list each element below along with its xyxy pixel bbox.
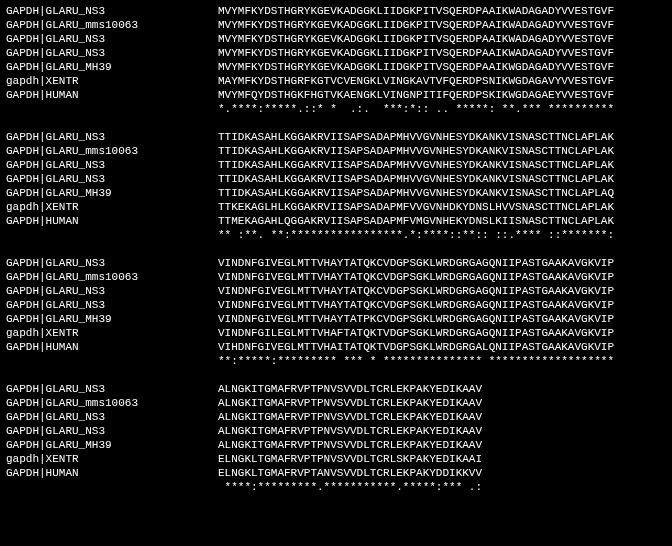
alignment-row: gapdh|XENTRMAYMFKYDSTHGRFKGTVCVENGKLVING…: [6, 74, 666, 88]
consensus-row: *.****:*****.::* * .:. ***:*:: .. *****:…: [6, 102, 666, 116]
alignment-row: GAPDH|GLARU_NS3TTIDKASAHLKGGAKRVIISAPSAD…: [6, 172, 666, 186]
sequence-label: GAPDH|GLARU_MH39: [6, 312, 218, 326]
alignment-row: GAPDH|GLARU_NS3VINDNFGIVEGLMTTVHAYTATQKC…: [6, 256, 666, 270]
sequence-label: GAPDH|GLARU_NS3: [6, 158, 218, 172]
alignment-row: GAPDH|GLARU_NS3TTIDKASAHLKGGAKRVIISAPSAD…: [6, 158, 666, 172]
sequence-label: GAPDH|GLARU_MH39: [6, 186, 218, 200]
consensus-text: ** :**. **:*****************.*:****::**:…: [218, 228, 614, 242]
alignment-row: GAPDH|HUMANVIHDNFGIVEGLMTTVHAITATQKTVDGP…: [6, 340, 666, 354]
sequence-label: GAPDH|GLARU_mms10063: [6, 396, 218, 410]
alignment-row: GAPDH|GLARU_mms10063VINDNFGIVEGLMTTVHAYT…: [6, 270, 666, 284]
consensus-label: [6, 480, 218, 494]
sequence-text: TTKEKAGLHLKGGAKRVIISAPSADAPMFVVGVNHDKYDN…: [218, 200, 614, 214]
sequence-label: GAPDH|GLARU_NS3: [6, 256, 218, 270]
sequence-text: TTIDKASAHLKGGAKRVIISAPSADAPMHVVGVNHESYDK…: [218, 130, 614, 144]
sequence-label: GAPDH|GLARU_mms10063: [6, 270, 218, 284]
sequence-text: TTIDKASAHLKGGAKRVIISAPSADAPMHVVGVNHESYDK…: [218, 172, 614, 186]
sequence-text: TTMEKAGAHLQGGAKRVIISAPSADAPMFVMGVNHEKYDN…: [218, 214, 614, 228]
alignment-row: GAPDH|GLARU_NS3ALNGKITGMAFRVPTPNVSVVDLTC…: [6, 424, 666, 438]
sequence-text: VINDNFGIVEGLMTTVHAYTATQKCVDGPSGKLWRDGRGA…: [218, 270, 614, 284]
sequence-label: GAPDH|HUMAN: [6, 340, 218, 354]
sequence-text: ALNGKITGMAFRVPTPNVSVVDLTCRLEKPAKYEDIKAAV: [218, 382, 482, 396]
sequence-label: GAPDH|GLARU_NS3: [6, 410, 218, 424]
alignment-block: GAPDH|GLARU_NS3VINDNFGIVEGLMTTVHAYTATQKC…: [6, 256, 666, 368]
alignment-row: GAPDH|GLARU_NS3VINDNFGIVEGLMTTVHAYTATQKC…: [6, 284, 666, 298]
alignment-block: GAPDH|GLARU_NS3TTIDKASAHLKGGAKRVIISAPSAD…: [6, 130, 666, 242]
alignment-row: gapdh|XENTRTTKEKAGLHLKGGAKRVIISAPSADAPMF…: [6, 200, 666, 214]
alignment-row: GAPDH|GLARU_NS3ALNGKITGMAFRVPTPNVSVVDLTC…: [6, 410, 666, 424]
sequence-label: GAPDH|GLARU_NS3: [6, 32, 218, 46]
sequence-text: MVYMFQYDSTHGKFHGTVKAENGKLVINGNPITIFQERDP…: [218, 88, 614, 102]
alignment-row: GAPDH|GLARU_NS3TTIDKASAHLKGGAKRVIISAPSAD…: [6, 130, 666, 144]
sequence-label: GAPDH|GLARU_NS3: [6, 382, 218, 396]
consensus-label: [6, 228, 218, 242]
sequence-label: GAPDH|GLARU_NS3: [6, 46, 218, 60]
sequence-label: GAPDH|HUMAN: [6, 88, 218, 102]
alignment-row: GAPDH|GLARU_MH39ALNGKITGMAFRVPTPNVSVVDLT…: [6, 438, 666, 452]
sequence-label: gapdh|XENTR: [6, 326, 218, 340]
sequence-label: GAPDH|GLARU_NS3: [6, 424, 218, 438]
alignment-row: GAPDH|GLARU_MH39TTIDKASAHLKGGAKRVIISAPSA…: [6, 186, 666, 200]
sequence-text: TTIDKASAHLKGGAKRVIISAPSADAPMHVVGVNHESYDK…: [218, 144, 614, 158]
alignment-row: GAPDH|GLARU_MH39VINDNFGIVEGLMTTVHAYTATPK…: [6, 312, 666, 326]
sequence-text: ALNGKITGMAFRVPTPNVSVVDLTCRLEKPAKYEDIKAAV: [218, 438, 482, 452]
sequence-label: gapdh|XENTR: [6, 74, 218, 88]
sequence-text: ELNGKLTGMAFRVPTPNVSVVDLTCRLSKPAKYEDIKAAI: [218, 452, 482, 466]
alignment-row: gapdh|XENTRELNGKLTGMAFRVPTPNVSVVDLTCRLSK…: [6, 452, 666, 466]
alignment-block: GAPDH|GLARU_NS3MVYMFKYDSTHGRYKGEVKADGGKL…: [6, 4, 666, 116]
sequence-text: TTIDKASAHLKGGAKRVIISAPSADAPMHVVGVNHESYDK…: [218, 186, 614, 200]
sequence-text: VINDNFGIVEGLMTTVHAYTATQKCVDGPSGKLWRDGRGA…: [218, 256, 614, 270]
alignment-row: GAPDH|GLARU_mms10063MVYMFKYDSTHGRYKGEVKA…: [6, 18, 666, 32]
alignment-row: GAPDH|GLARU_NS3MVYMFKYDSTHGRYKGEVKADGGKL…: [6, 32, 666, 46]
sequence-text: ALNGKITGMAFRVPTPNVSVVDLTCRLEKPAKYEDIKAAV: [218, 424, 482, 438]
sequence-text: MVYMFKYDSTHGRYKGEVKADGGKLIIDGKPITVSQERDP…: [218, 4, 614, 18]
sequence-label: GAPDH|GLARU_NS3: [6, 172, 218, 186]
alignment-row: gapdh|XENTRVINDNFGILEGLMTTVHAFTATQKTVDGP…: [6, 326, 666, 340]
consensus-text: **:*****:********* *** * ***************…: [218, 354, 614, 368]
sequence-text: VINDNFGILEGLMTTVHAFTATQKTVDGPSGKLWRDGRGA…: [218, 326, 614, 340]
alignment-block: GAPDH|GLARU_NS3ALNGKITGMAFRVPTPNVSVVDLTC…: [6, 382, 666, 494]
sequence-text: ALNGKITGMAFRVPTPNVSVVDLTCRLEKPAKYEDIKAAV: [218, 396, 482, 410]
consensus-label: [6, 354, 218, 368]
sequence-text: ELNGKLTGMAFRVPTANVSVVDLTCRLEKPAKYDDIKKVV: [218, 466, 482, 480]
sequence-label: GAPDH|GLARU_mms10063: [6, 144, 218, 158]
sequence-text: MVYMFKYDSTHGRYKGEVKADGGKLIIDGKPITVSQERDP…: [218, 46, 614, 60]
sequence-label: GAPDH|GLARU_mms10063: [6, 18, 218, 32]
sequence-text: MVYMFKYDSTHGRYKGEVKADGGKLIIDGKPITVSQERDP…: [218, 32, 614, 46]
alignment-row: GAPDH|GLARU_mms10063ALNGKITGMAFRVPTPNVSV…: [6, 396, 666, 410]
alignment-row: GAPDH|GLARU_MH39MVYMFKYDSTHGRYKGEVKADGGK…: [6, 60, 666, 74]
sequence-label: GAPDH|GLARU_MH39: [6, 60, 218, 74]
consensus-label: [6, 102, 218, 116]
sequence-text: MVYMFKYDSTHGRYKGEVKADGGKLIIDGKPITVSQERDP…: [218, 60, 614, 74]
alignment-row: GAPDH|GLARU_NS3MVYMFKYDSTHGRYKGEVKADGGKL…: [6, 4, 666, 18]
alignment-row: GAPDH|GLARU_mms10063TTIDKASAHLKGGAKRVIIS…: [6, 144, 666, 158]
sequence-label: GAPDH|GLARU_NS3: [6, 284, 218, 298]
sequence-label: gapdh|XENTR: [6, 200, 218, 214]
sequence-text: VINDNFGIVEGLMTTVHAYTATPKCVDGPSGKLWRDGRGA…: [218, 312, 614, 326]
sequence-text: TTIDKASAHLKGGAKRVIISAPSADAPMHVVGVNHESYDK…: [218, 158, 614, 172]
sequence-text: ALNGKITGMAFRVPTPNVSVVDLTCRLEKPAKYEDIKAAV: [218, 410, 482, 424]
sequence-label: GAPDH|GLARU_NS3: [6, 4, 218, 18]
consensus-row: ****:*********.***********.*****:*** .:: [6, 480, 666, 494]
alignment-row: GAPDH|HUMANTTMEKAGAHLQGGAKRVIISAPSADAPMF…: [6, 214, 666, 228]
sequence-label: GAPDH|GLARU_NS3: [6, 298, 218, 312]
alignment-row: GAPDH|HUMANELNGKLTGMAFRVPTANVSVVDLTCRLEK…: [6, 466, 666, 480]
sequence-text: VIHDNFGIVEGLMTTVHAITATQKTVDGPSGKLWRDGRGA…: [218, 340, 614, 354]
sequence-label: GAPDH|GLARU_MH39: [6, 438, 218, 452]
sequence-text: MVYMFKYDSTHGRYKGEVKADGGKLIIDGKPITVSQERDP…: [218, 18, 614, 32]
alignment-row: GAPDH|GLARU_NS3ALNGKITGMAFRVPTPNVSVVDLTC…: [6, 382, 666, 396]
consensus-text: ****:*********.***********.*****:*** .:: [218, 480, 482, 494]
sequence-label: GAPDH|HUMAN: [6, 214, 218, 228]
alignment-row: GAPDH|GLARU_NS3MVYMFKYDSTHGRYKGEVKADGGKL…: [6, 46, 666, 60]
sequence-text: VINDNFGIVEGLMTTVHAYTATQKCVDGPSGKLWRDGRGA…: [218, 298, 614, 312]
sequence-text: VINDNFGIVEGLMTTVHAYTATQKCVDGPSGKLWRDGRGA…: [218, 284, 614, 298]
sequence-label: GAPDH|HUMAN: [6, 466, 218, 480]
sequence-label: GAPDH|GLARU_NS3: [6, 130, 218, 144]
sequence-label: gapdh|XENTR: [6, 452, 218, 466]
alignment-row: GAPDH|GLARU_NS3VINDNFGIVEGLMTTVHAYTATQKC…: [6, 298, 666, 312]
consensus-row: ** :**. **:*****************.*:****::**:…: [6, 228, 666, 242]
sequence-text: MAYMFKYDSTHGRFKGTVCVENGKLVINGKAVTVFQERDP…: [218, 74, 614, 88]
alignment-row: GAPDH|HUMANMVYMFQYDSTHGKFHGTVKAENGKLVING…: [6, 88, 666, 102]
consensus-row: **:*****:********* *** * ***************…: [6, 354, 666, 368]
consensus-text: *.****:*****.::* * .:. ***:*:: .. *****:…: [218, 102, 614, 116]
